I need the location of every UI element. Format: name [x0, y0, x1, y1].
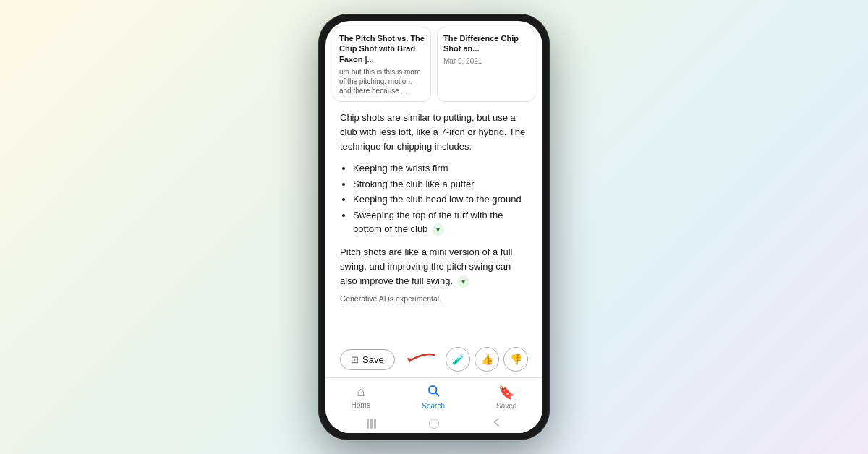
- pitch-text: Pitch shots are like a mini version of a…: [340, 245, 528, 288]
- action-icons-group: 🧪 👍 👎: [446, 347, 528, 372]
- cards-area: The Pitch Shot vs. The Chip Shot with Br…: [326, 21, 542, 102]
- save-bookmark-icon: ⊡: [351, 354, 359, 365]
- card-2-date: Mar 9, 2021: [443, 57, 529, 65]
- saved-icon: 🔖: [498, 385, 514, 401]
- search-icon: [427, 384, 440, 401]
- thumbsup-icon-button[interactable]: 👍: [475, 347, 499, 372]
- card-1-title: The Pitch Shot vs. The Chip Shot with Br…: [339, 33, 425, 64]
- bullet-3: Keeping the club head low to the ground: [353, 192, 528, 207]
- expand-button-1[interactable]: ▾: [432, 223, 444, 236]
- bullet-4: Sweeping the top of the turf with the bo…: [353, 208, 528, 236]
- intro-text: Chip shots are similar to putting, but u…: [340, 111, 528, 154]
- gesture-bar: [326, 413, 542, 433]
- red-arrow-hint: [404, 351, 435, 368]
- content-area: Chip shots are similar to putting, but u…: [326, 102, 542, 347]
- bullet-2: Stroking the club like a putter: [353, 177, 528, 192]
- phone-screen: The Pitch Shot vs. The Chip Shot with Br…: [326, 21, 542, 433]
- action-bar: ⊡ Save 🧪 👍 👎: [326, 347, 542, 377]
- search-label: Search: [422, 402, 445, 410]
- home-label: Home: [352, 401, 371, 409]
- gesture-bars-icon: [367, 419, 376, 429]
- nav-item-search[interactable]: Search: [422, 384, 445, 410]
- card-1[interactable]: The Pitch Shot vs. The Chip Shot with Br…: [333, 27, 431, 102]
- bullet-1: Keeping the wrists firm: [353, 161, 528, 176]
- expand-chevron-1: ▾: [436, 224, 440, 235]
- save-label: Save: [362, 354, 384, 365]
- card-2-title: The Difference Chip Shot an...: [443, 33, 529, 54]
- thumbsdown-icon-button[interactable]: 👎: [503, 347, 528, 372]
- lab-icon: 🧪: [452, 354, 464, 365]
- saved-label: Saved: [496, 402, 516, 410]
- thumbsup-icon: 👍: [481, 354, 493, 365]
- bottom-nav: ⌂ Home Search 🔖 Saved: [326, 377, 542, 413]
- home-icon: ⌂: [357, 385, 365, 400]
- gesture-back-icon: [492, 417, 502, 430]
- card-1-snippet: um but this is this is more of the pitch…: [339, 67, 425, 95]
- lab-icon-button[interactable]: 🧪: [446, 347, 470, 372]
- svg-line-2: [436, 393, 439, 395]
- nav-item-home[interactable]: ⌂ Home: [352, 385, 371, 409]
- ai-label: Generative AI is experimental.: [340, 293, 528, 304]
- expand-button-2[interactable]: ▾: [457, 275, 469, 288]
- phone-frame: The Pitch Shot vs. The Chip Shot with Br…: [318, 14, 550, 440]
- save-button[interactable]: ⊡ Save: [340, 349, 395, 370]
- expand-chevron-2: ▾: [461, 276, 465, 288]
- bullet-list: Keeping the wrists firm Stroking the clu…: [340, 161, 528, 236]
- gesture-home-icon: [429, 419, 439, 429]
- card-2[interactable]: The Difference Chip Shot an... Mar 9, 20…: [437, 27, 535, 102]
- nav-item-saved[interactable]: 🔖 Saved: [496, 385, 516, 410]
- thumbsdown-icon: 👎: [510, 354, 522, 365]
